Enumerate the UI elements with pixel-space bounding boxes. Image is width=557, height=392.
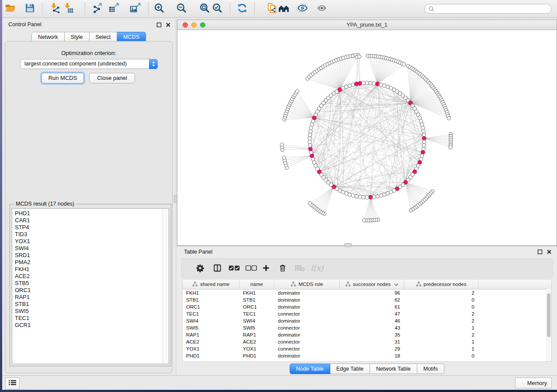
table-row[interactable]: ORC1ORC1dominator610	[183, 303, 551, 310]
import-network-icon	[49, 3, 60, 15]
table-cell: 47	[340, 311, 404, 316]
table-cell: STB1	[183, 297, 239, 303]
mcds-result-item[interactable]: GCR1	[12, 322, 169, 329]
mcds-result-item[interactable]: SWI5	[12, 308, 169, 315]
close-table-panel-button[interactable]	[547, 249, 552, 254]
column-header-MCDS-role[interactable]: MCDS role	[274, 279, 340, 289]
delete-table-button[interactable]	[294, 265, 305, 272]
mcds-result-item[interactable]: YOX1	[12, 238, 169, 245]
search-box[interactable]	[424, 4, 552, 14]
zoom-selected-button[interactable]	[211, 2, 224, 15]
table-cell: SWI5	[183, 325, 239, 330]
float-table-panel-button[interactable]	[537, 249, 543, 254]
export-network-icon	[92, 3, 103, 15]
table-row[interactable]: TEC1TEC1connector472	[183, 310, 551, 317]
column-header-name[interactable]: name	[239, 279, 274, 289]
table-row[interactable]: ACE2ACE2connector311	[183, 338, 551, 345]
table-cell: SWI5	[239, 325, 274, 330]
first-neighbors-button[interactable]	[277, 2, 290, 15]
deselect-all-button[interactable]	[246, 265, 257, 272]
select-all-icon	[228, 265, 240, 272]
task-history-button[interactable]	[5, 378, 20, 389]
table-cell: 2	[404, 332, 478, 337]
table-panel: Table Panel f(x) shared namenameMCDS rol…	[177, 246, 557, 375]
column-header-shared-name[interactable]: shared name	[183, 279, 239, 289]
column-header-label: predecessor nodes	[424, 282, 467, 287]
hide-selected-button[interactable]	[296, 2, 309, 15]
zoom-out-button[interactable]	[175, 2, 188, 15]
tab-network-table[interactable]: Network Table	[370, 364, 417, 374]
mcds-result-item[interactable]: TID3	[12, 231, 169, 238]
mcds-result-item[interactable]: RAP1	[12, 294, 169, 301]
maximize-window-button[interactable]	[200, 22, 205, 28]
mcds-result-item[interactable]: STP4	[12, 224, 169, 231]
mcds-result-item[interactable]: FKH1	[12, 266, 169, 273]
table-row[interactable]: PHD1PHD1dominator180	[183, 352, 551, 359]
table-row[interactable]: STB1STB1dominator620	[183, 296, 551, 303]
table-row[interactable]: RAP1RAP1dominator352	[183, 331, 551, 338]
table-row[interactable]: FKH1FKH1dominator962	[183, 289, 551, 296]
close-mcds-panel-button[interactable]: Close panel	[89, 73, 135, 83]
import-network-button[interactable]	[48, 2, 61, 15]
table-row[interactable]: SWI5SWI5connector431	[183, 324, 551, 331]
table-cell: SWI4	[183, 318, 239, 323]
tab-edge-table[interactable]: Edge Table	[330, 364, 370, 374]
mcds-result-item[interactable]: SRD1	[12, 252, 169, 259]
open-file-button[interactable]	[3, 2, 17, 15]
new-column-button[interactable]	[262, 264, 270, 272]
tab-motifs[interactable]: Motifs	[417, 364, 444, 374]
mcds-result-list[interactable]: PHD1CAR1STP4TID3YOX1SWI4SRD1PMA2FKH1ACE2…	[12, 208, 169, 364]
run-mcds-button[interactable]: Run MCDS	[42, 73, 84, 83]
column-header-successor-nodes[interactable]: successor nodes	[340, 279, 404, 289]
function-builder-button[interactable]: f(x)	[311, 264, 323, 272]
network-window-titlebar[interactable]: YPA_prune.txt_1	[177, 20, 557, 30]
export-table-button[interactable]	[107, 2, 120, 15]
minimize-window-button[interactable]	[191, 22, 197, 28]
column-header-predecessor-nodes[interactable]: predecessor nodes	[404, 279, 478, 289]
search-input[interactable]	[437, 5, 548, 12]
mcds-result-item[interactable]: ACE2	[12, 273, 169, 280]
float-panel-button[interactable]	[156, 22, 162, 28]
mcds-result-item[interactable]: SWI4	[12, 245, 169, 252]
close-panel-button[interactable]	[166, 22, 171, 28]
mcds-result-item[interactable]: CAR1	[12, 217, 169, 224]
import-table-button[interactable]	[62, 2, 75, 15]
mcds-result-item[interactable]: PMA2	[12, 259, 169, 266]
horizontal-splitter-handle[interactable]	[344, 243, 352, 247]
optimization-criterion-label: Optimization criterion:	[5, 50, 172, 56]
mcds-result-item[interactable]: STB1	[12, 301, 169, 308]
mcds-result-title: MCDS result (17 nodes)	[14, 201, 76, 207]
refresh-button[interactable]	[235, 2, 249, 15]
select-all-button[interactable]	[228, 265, 240, 272]
table-cell: 35	[340, 332, 404, 337]
zoom-selected-icon	[212, 3, 223, 15]
result-list-scrollbar[interactable]	[163, 209, 169, 364]
network-canvas[interactable]	[177, 30, 557, 246]
export-image-button[interactable]	[128, 2, 142, 15]
table-mode-icon	[196, 264, 204, 272]
mcds-result-item[interactable]: TEC1	[12, 315, 169, 322]
open-file-icon	[5, 3, 16, 15]
table-mode-button[interactable]	[196, 264, 204, 272]
mcds-result-item[interactable]: PHD1	[12, 210, 169, 217]
memory-button[interactable]: Memory	[515, 378, 552, 389]
table-row[interactable]: YOX1YOX1connector291	[183, 345, 551, 352]
table-row[interactable]: SWI4SWI4dominator462	[183, 317, 551, 324]
export-network-button[interactable]	[91, 2, 104, 15]
zoom-fit-button[interactable]	[198, 2, 211, 15]
table-cell: YOX1	[239, 346, 274, 351]
tab-node-table[interactable]: Node Table	[290, 364, 330, 374]
show-columns-button[interactable]	[213, 264, 221, 272]
mcds-result-item[interactable]: ORC1	[12, 287, 169, 294]
close-window-button[interactable]	[183, 22, 188, 28]
zoom-in-button[interactable]	[152, 2, 166, 15]
attribute-icon	[416, 281, 422, 288]
show-all-button[interactable]	[315, 2, 328, 15]
mcds-result-groupbox: MCDS result (17 nodes) PHD1CAR1STP4TID3Y…	[10, 204, 171, 366]
table-scrollbar[interactable]	[546, 289, 551, 361]
delete-column-button[interactable]	[279, 264, 287, 272]
table-scrollbar-thumb[interactable]	[547, 293, 550, 337]
mcds-result-item[interactable]: STB5	[12, 280, 169, 287]
optimization-criterion-select[interactable]: largest connected component (undirected)	[20, 59, 158, 69]
save-button[interactable]	[23, 2, 36, 15]
